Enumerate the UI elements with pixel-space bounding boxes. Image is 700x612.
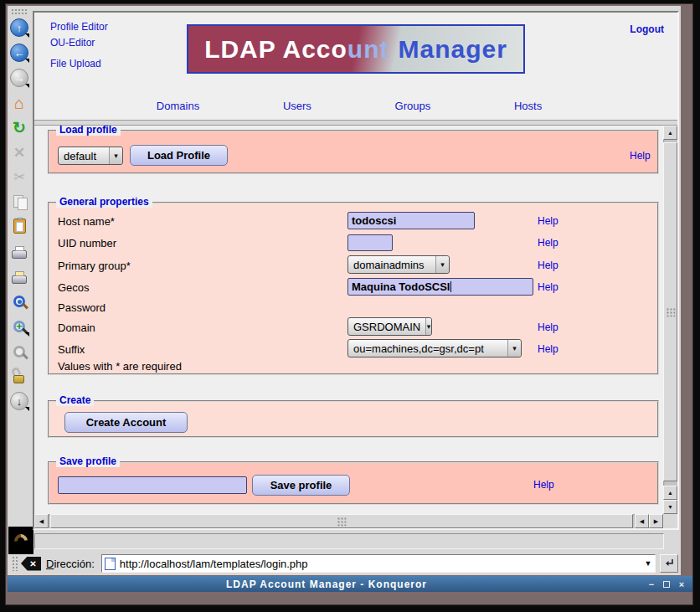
load-profile-fieldset: Load profile default ▾ Load Profile Help: [48, 130, 659, 174]
general-properties-legend: General properties: [56, 196, 152, 208]
scroll-down-button[interactable]: ▼: [663, 500, 677, 514]
back-button[interactable]: ←: [9, 43, 29, 63]
dropdown-arrow-icon[interactable]: ▾: [109, 147, 122, 164]
save-profile-fieldset: Save profile Save profile Help: [48, 461, 659, 505]
load-profile-legend: Load profile: [56, 126, 121, 136]
dropdown-arrow-icon[interactable]: ▾: [425, 318, 431, 335]
go-enter-icon: [663, 558, 675, 569]
create-account-button[interactable]: Create Account: [64, 412, 188, 433]
ou-editor-link[interactable]: OU-Editor: [50, 37, 95, 49]
clear-location-button[interactable]: ✕: [21, 557, 41, 571]
profile-editor-link[interactable]: Profile Editor: [50, 21, 108, 33]
find-button[interactable]: [9, 291, 29, 311]
uid-number-help-link[interactable]: Help: [538, 237, 558, 249]
app-area: ↑ ← → ⌂ ↻ ✕ ✂: [8, 6, 681, 575]
hostname-help-link[interactable]: Help: [538, 215, 558, 227]
konqueror-logo: [8, 527, 33, 554]
go-down-button[interactable]: ↓: [9, 391, 29, 411]
save-profile-button[interactable]: Save profile: [252, 475, 350, 496]
vertical-scrollbar[interactable]: ▲ ▲ ▼: [663, 126, 677, 514]
text-cursor: [450, 281, 451, 292]
security-icon: [10, 367, 28, 385]
domain-select[interactable]: GSRDOMAIN ▾: [347, 317, 432, 336]
save-profile-help-link[interactable]: Help: [533, 479, 554, 491]
address-toolbar-grip[interactable]: [12, 556, 18, 571]
url-dropdown-arrow-icon[interactable]: ▼: [641, 555, 655, 572]
form-content: Load profile default ▾ Load Profile Help…: [34, 126, 663, 514]
general-properties-fieldset: General properties Host name* todoscsi H…: [48, 202, 659, 375]
primary-group-help-link[interactable]: Help: [538, 260, 558, 271]
zoom-out-button: [9, 342, 29, 362]
zoom-in-button[interactable]: +: [9, 316, 29, 337]
go-button[interactable]: [660, 554, 678, 573]
uid-number-input[interactable]: [347, 234, 393, 251]
gecos-help-link[interactable]: Help: [538, 281, 558, 293]
address-toolbar: ✕ Dirección: http://localhost/lam/templa…: [8, 553, 681, 574]
load-profile-help-link[interactable]: Help: [630, 150, 651, 162]
toolbar-grip[interactable]: [11, 8, 28, 14]
reload-button[interactable]: ↻: [9, 117, 29, 137]
paste-button[interactable]: [9, 216, 29, 236]
file-upload-link[interactable]: File Upload: [50, 58, 101, 69]
frame-divider[interactable]: [34, 120, 677, 126]
suffix-help-link[interactable]: Help: [538, 343, 558, 355]
cut-button: ✂: [9, 167, 29, 187]
nav-groups-link[interactable]: Groups: [395, 100, 431, 112]
nav-users-link[interactable]: Users: [283, 100, 311, 112]
address-label: Dirección:: [46, 558, 95, 570]
gecos-input[interactable]: Maquina TodoSCSI: [347, 278, 533, 296]
copy-icon: [10, 193, 28, 211]
suffix-select[interactable]: ou=machines,dc=gsr,dc=pt ▾: [347, 339, 522, 357]
scroll-up-button-bottom[interactable]: ▲: [663, 486, 677, 500]
horizontal-scrollbar[interactable]: ◀ ◀ ▶: [34, 514, 663, 528]
maximize-icon: [663, 581, 670, 588]
minimize-button[interactable]: −: [646, 579, 657, 590]
print-frame-button[interactable]: [9, 266, 29, 286]
clear-location-icon: ✕: [25, 559, 36, 568]
close-button[interactable]: ×: [676, 579, 687, 590]
home-button[interactable]: ⌂: [9, 93, 29, 113]
hostname-input[interactable]: todoscsi: [347, 212, 475, 229]
window-title: LDAP Account Manager - Konqueror: [8, 579, 646, 590]
paste-icon: [13, 219, 26, 234]
print-button[interactable]: [9, 241, 29, 261]
browser-view: Profile Editor OU-Editor File Upload Log…: [33, 11, 679, 530]
vertical-scroll-thumb[interactable]: [663, 142, 677, 481]
scroll-up-button[interactable]: ▲: [663, 126, 677, 140]
profile-select[interactable]: default ▾: [58, 147, 123, 165]
stop-button: ✕: [9, 142, 29, 162]
save-profile-input[interactable]: [58, 476, 247, 494]
nav-hosts-link[interactable]: Hosts: [514, 100, 542, 112]
header-frame: Profile Editor OU-Editor File Upload Log…: [34, 13, 677, 120]
dropdown-arrow-icon[interactable]: ▾: [507, 340, 521, 357]
find-icon: [13, 296, 25, 307]
forward-button: →: [9, 68, 29, 88]
scroll-left-button-right[interactable]: ◀: [635, 514, 649, 528]
scroll-left-button[interactable]: ◀: [34, 514, 49, 528]
logout-link[interactable]: Logout: [630, 23, 664, 35]
url-combobox[interactable]: http://localhost/lam/templates/login.php…: [101, 554, 656, 573]
required-footnote: Values with * are required: [58, 360, 182, 373]
primary-group-label: Primary group*: [58, 260, 131, 272]
zoom-in-icon: +: [13, 321, 25, 332]
load-profile-button[interactable]: Load Profile: [130, 145, 228, 166]
nav-domains-link[interactable]: Domains: [157, 100, 199, 112]
url-text[interactable]: http://localhost/lam/templates/login.php: [120, 558, 641, 570]
scroll-right-button[interactable]: ▶: [649, 514, 663, 528]
dropdown-arrow-icon[interactable]: ▾: [435, 256, 449, 273]
suffix-label: Suffix: [58, 343, 85, 356]
domain-help-link[interactable]: Help: [538, 321, 558, 333]
horizontal-scroll-thumb[interactable]: [50, 514, 633, 528]
copy-button: [9, 192, 29, 212]
primary-group-select[interactable]: domainadmins ▾: [347, 255, 450, 274]
maximize-button[interactable]: [661, 579, 672, 590]
up-button[interactable]: ↑: [9, 18, 29, 38]
gecos-label: Gecos: [58, 281, 90, 294]
window-titlebar[interactable]: LDAP Account Manager - Konqueror − ×: [8, 576, 692, 592]
create-legend: Create: [56, 394, 94, 406]
uid-number-label: UID number: [58, 237, 116, 249]
security-button[interactable]: [9, 366, 29, 386]
banner-text-part1: LDAP Acco: [204, 35, 347, 64]
screen: ↑ ← → ⌂ ↻ ✕ ✂: [0, 0, 700, 612]
banner-text-part3: Manager: [398, 35, 507, 64]
